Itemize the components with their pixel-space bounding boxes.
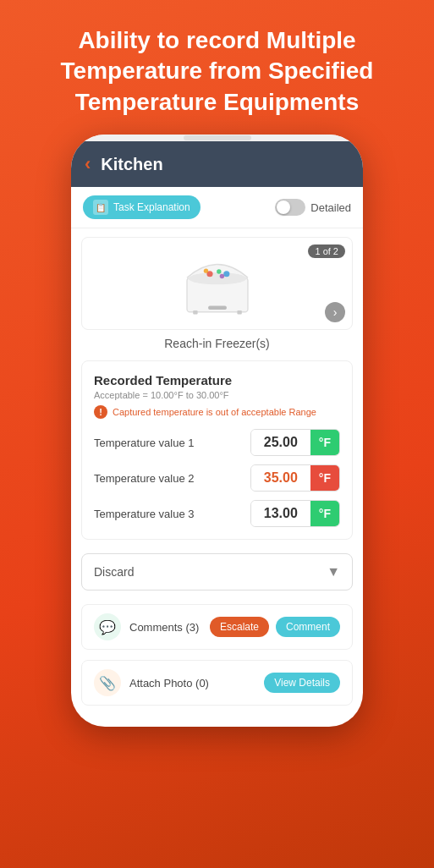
temp-section-title: Recorded Temperature [94, 373, 340, 387]
comments-icon: 💬 [94, 613, 121, 640]
temp-label-3: Temperature value 3 [94, 508, 250, 520]
task-bar: 📋 Task Explanation Detailed [71, 187, 363, 228]
equipment-label: Reach-in Freezer(s) [71, 330, 363, 354]
temp-unit-btn-3[interactable]: °F [310, 501, 339, 526]
image-counter: 1 of 2 [308, 244, 345, 258]
temp-value-2[interactable] [251, 465, 310, 491]
detailed-label: Detailed [310, 201, 351, 214]
svg-point-1 [188, 272, 245, 284]
svg-point-3 [217, 270, 221, 274]
chevron-down-icon: ▼ [327, 564, 340, 580]
temp-acceptable-range: Acceptable = 10.00°F to 30.00°F [94, 390, 340, 400]
comments-left: 💬 Comments (3) [94, 613, 199, 640]
escalate-button[interactable]: Escalate [210, 617, 269, 637]
comment-button[interactable]: Comment [276, 617, 340, 637]
comments-bar: 💬 Comments (3) Escalate Comment [81, 604, 353, 650]
discard-label: Discard [94, 565, 134, 579]
attach-photo-bar: 📎 Attach Photo (0) View Details [81, 660, 353, 706]
temp-row-2: Temperature value 2 °F [94, 464, 340, 492]
detailed-toggle-area[interactable]: Detailed [275, 199, 351, 216]
svg-rect-7 [208, 306, 227, 310]
phone-top-bar [71, 135, 363, 141]
detailed-toggle-switch[interactable] [275, 199, 305, 216]
attach-icon: 📎 [94, 669, 121, 696]
temp-row-3: Temperature value 3 °F [94, 500, 340, 527]
freezer-image [179, 250, 255, 317]
comments-text: Comments (3) [129, 621, 199, 634]
svg-point-6 [219, 274, 223, 278]
temp-unit-btn-1[interactable]: °F [310, 430, 339, 455]
discard-dropdown[interactable]: Discard ▼ [81, 553, 353, 591]
temperature-section: Recorded Temperature Acceptable = 10.00°… [81, 360, 353, 540]
temp-input-group-2[interactable]: °F [250, 464, 340, 492]
temp-row-1: Temperature value 1 °F [94, 429, 340, 456]
temp-value-1[interactable] [251, 430, 310, 455]
svg-rect-8 [193, 310, 197, 315]
temp-input-group-1[interactable]: °F [250, 429, 340, 456]
temp-label-2: Temperature value 2 [94, 472, 250, 485]
phone-notch [184, 135, 251, 140]
temp-input-group-3[interactable]: °F [250, 500, 340, 527]
temp-value-3[interactable] [251, 501, 310, 526]
equipment-image-area: 1 of 2 › [81, 237, 353, 330]
screen-title: Kitchen [101, 155, 162, 174]
temp-label-1: Temperature value 1 [94, 437, 250, 449]
attach-text: Attach Photo (0) [129, 677, 209, 689]
task-explanation-label: Task Explanation [113, 201, 190, 213]
attach-left: 📎 Attach Photo (0) [94, 669, 209, 696]
task-explanation-button[interactable]: 📋 Task Explanation [83, 195, 201, 219]
phone-frame: ‹ Kitchen 📋 Task Explanation Detailed [71, 135, 363, 727]
temp-warning-message: ! Captured temperature is out of accepta… [94, 405, 340, 419]
headline: Ability to record Multiple Temperature f… [0, 0, 434, 135]
image-next-arrow[interactable]: › [325, 302, 345, 322]
view-details-button[interactable]: View Details [264, 673, 340, 693]
svg-rect-9 [237, 310, 241, 315]
toggle-knob [277, 201, 290, 214]
app-header: ‹ Kitchen [71, 141, 363, 187]
comments-actions: Escalate Comment [210, 617, 340, 637]
warning-icon: ! [94, 405, 107, 419]
svg-point-4 [223, 271, 229, 277]
task-icon: 📋 [93, 200, 108, 215]
back-button[interactable]: ‹ [85, 153, 91, 175]
svg-point-5 [203, 269, 207, 273]
temp-unit-btn-2[interactable]: °F [310, 465, 339, 491]
